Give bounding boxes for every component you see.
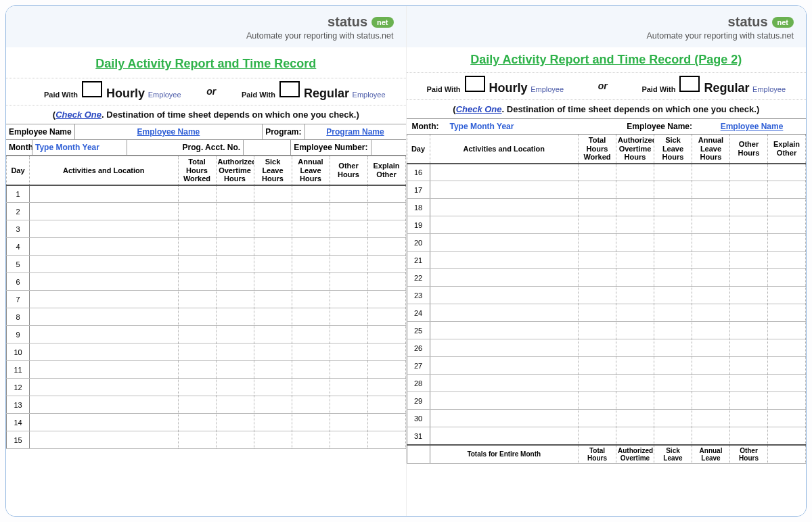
hours-cell[interactable] [367, 238, 405, 256]
hours-cell[interactable] [178, 414, 216, 431]
hours-cell[interactable] [178, 273, 216, 291]
activities-cell[interactable] [430, 339, 579, 357]
hours-cell[interactable] [330, 361, 367, 379]
hours-cell[interactable] [178, 361, 216, 379]
hours-cell[interactable] [292, 396, 330, 414]
hours-cell[interactable] [254, 273, 292, 291]
hours-cell[interactable] [579, 287, 616, 304]
hours-cell[interactable] [292, 431, 330, 449]
hours-cell[interactable] [579, 164, 616, 181]
activities-cell[interactable] [430, 216, 579, 234]
hours-cell[interactable] [616, 410, 654, 427]
hours-cell[interactable] [579, 216, 616, 234]
hours-cell[interactable] [292, 414, 330, 431]
hours-cell[interactable] [730, 216, 768, 234]
hours-cell[interactable] [616, 269, 654, 287]
hours-cell[interactable] [330, 220, 367, 238]
hours-cell[interactable] [616, 216, 654, 234]
hours-cell[interactable] [616, 181, 654, 199]
hours-cell[interactable] [216, 343, 254, 361]
hours-cell[interactable] [254, 291, 292, 308]
activities-cell[interactable] [430, 357, 579, 375]
hours-cell[interactable] [692, 199, 730, 216]
hours-cell[interactable] [579, 339, 616, 357]
hourly-checkbox[interactable] [82, 81, 102, 97]
hours-cell[interactable] [654, 181, 692, 199]
hours-cell[interactable] [730, 199, 768, 216]
hours-cell[interactable] [654, 322, 692, 339]
hours-cell[interactable] [616, 234, 654, 252]
activities-cell[interactable] [30, 291, 179, 308]
hours-cell[interactable] [579, 234, 616, 252]
hours-cell[interactable] [330, 343, 367, 361]
activities-cell[interactable] [30, 203, 179, 220]
hours-cell[interactable] [692, 322, 730, 339]
hours-cell[interactable] [330, 431, 367, 449]
hours-cell[interactable] [292, 185, 330, 203]
hours-cell[interactable] [330, 203, 367, 220]
hours-cell[interactable] [330, 238, 367, 256]
hours-cell[interactable] [692, 269, 730, 287]
hours-cell[interactable] [768, 304, 806, 322]
hours-cell[interactable] [579, 410, 616, 427]
hours-cell[interactable] [616, 427, 654, 445]
hours-cell[interactable] [730, 357, 768, 375]
hours-cell[interactable] [616, 252, 654, 269]
hours-cell[interactable] [654, 410, 692, 427]
hours-cell[interactable] [367, 203, 405, 220]
hours-cell[interactable] [367, 308, 405, 326]
hours-cell[interactable] [654, 304, 692, 322]
hours-cell[interactable] [254, 185, 292, 203]
activities-cell[interactable] [430, 427, 579, 445]
hours-cell[interactable] [654, 375, 692, 392]
hours-cell[interactable] [768, 181, 806, 199]
hours-cell[interactable] [292, 379, 330, 396]
hours-cell[interactable] [692, 410, 730, 427]
hours-cell[interactable] [367, 379, 405, 396]
hours-cell[interactable] [367, 361, 405, 379]
activities-cell[interactable] [430, 199, 579, 216]
activities-cell[interactable] [430, 392, 579, 410]
hours-cell[interactable] [367, 431, 405, 449]
hours-cell[interactable] [692, 234, 730, 252]
hours-cell[interactable] [330, 256, 367, 273]
hours-cell[interactable] [330, 414, 367, 431]
activities-cell[interactable] [30, 308, 179, 326]
hours-cell[interactable] [216, 431, 254, 449]
activities-cell[interactable] [430, 287, 579, 304]
hours-cell[interactable] [616, 304, 654, 322]
hours-cell[interactable] [330, 308, 367, 326]
hours-cell[interactable] [730, 410, 768, 427]
activities-cell[interactable] [30, 326, 179, 343]
activities-cell[interactable] [30, 361, 179, 379]
hours-cell[interactable] [216, 220, 254, 238]
hours-cell[interactable] [216, 414, 254, 431]
hours-cell[interactable] [579, 199, 616, 216]
hours-cell[interactable] [654, 357, 692, 375]
hours-cell[interactable] [254, 343, 292, 361]
hours-cell[interactable] [579, 322, 616, 339]
hours-cell[interactable] [730, 287, 768, 304]
hours-cell[interactable] [216, 185, 254, 203]
hours-cell[interactable] [178, 238, 216, 256]
hours-cell[interactable] [178, 203, 216, 220]
hours-cell[interactable] [730, 427, 768, 445]
employee-name-field-2[interactable]: Employee Name [698, 119, 806, 134]
hours-cell[interactable] [292, 273, 330, 291]
hours-cell[interactable] [254, 238, 292, 256]
hours-cell[interactable] [579, 357, 616, 375]
hours-cell[interactable] [216, 308, 254, 326]
hours-cell[interactable] [292, 220, 330, 238]
hours-cell[interactable] [254, 220, 292, 238]
hours-cell[interactable] [654, 199, 692, 216]
month-field[interactable]: Type Month Year [32, 140, 127, 155]
hours-cell[interactable] [730, 234, 768, 252]
hours-cell[interactable] [730, 269, 768, 287]
hours-cell[interactable] [178, 431, 216, 449]
hours-cell[interactable] [730, 392, 768, 410]
activities-cell[interactable] [30, 379, 179, 396]
hours-cell[interactable] [768, 410, 806, 427]
hours-cell[interactable] [178, 291, 216, 308]
activities-cell[interactable] [430, 375, 579, 392]
hours-cell[interactable] [292, 343, 330, 361]
